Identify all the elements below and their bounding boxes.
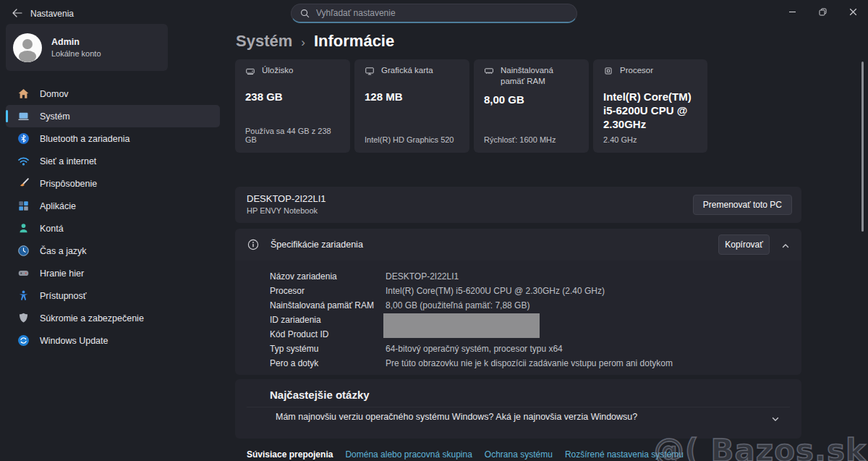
card-value: Intel(R) Core(TM) i5-6200U CPU @ 2.30GHz (603, 90, 697, 131)
device-model: HP ENVY Notebook (247, 206, 318, 215)
breadcrumb-separator-icon: › (301, 35, 305, 50)
spec-label: Procesor (270, 286, 386, 296)
sidebar-item-network-internet[interactable]: Sieť a internet (6, 150, 220, 172)
apps-icon (17, 200, 30, 212)
search-input[interactable] (316, 8, 568, 18)
card-subtitle: Rýchlosť: 1600 MHz (484, 135, 579, 144)
restore-button[interactable] (807, 0, 838, 24)
device-name-panel: DESKTOP-2I22LI1 HP ENVY Notebook Premeno… (235, 187, 801, 223)
sidebar-item-privacy-security[interactable]: Súkromie a zabezpečenie (6, 307, 220, 329)
card-subtitle: Intel(R) HD Graphics 520 (365, 135, 459, 144)
system-icon (17, 110, 30, 122)
spec-row: Typ systému 64-bitový operačný systém, p… (270, 342, 801, 356)
faq-question[interactable]: Mám najnovšiu verziu operačného systému … (276, 412, 637, 422)
sidebar-item-personalization[interactable]: Prispôsobenie (6, 172, 220, 195)
window-controls (777, 0, 868, 24)
bluetooth-icon (17, 132, 30, 145)
accessibility-icon (17, 289, 30, 302)
monitor-icon (365, 65, 375, 84)
sidebar-item-label: Sieť a internet (40, 156, 96, 166)
sidebar-item-apps[interactable]: Aplikácie (6, 195, 220, 217)
sidebar-item-label: Čas a jazyk (40, 246, 87, 256)
sidebar-item-windows-update[interactable]: Windows Update (6, 329, 220, 352)
breadcrumb-parent[interactable]: Systém (236, 32, 292, 51)
card-subtitle: 2.40 GHz (603, 135, 697, 144)
sidebar-item-label: Bluetooth a zariadenia (40, 134, 129, 144)
link-domain-workgroup[interactable]: Doména alebo pracovná skupina (345, 449, 472, 460)
sidebar-item-label: Súkromie a zabezpečenie (40, 313, 144, 323)
sidebar-item-label: Prispôsobenie (40, 179, 97, 189)
link-system-protection[interactable]: Ochrana systému (485, 449, 553, 460)
device-specs-title: Špecifikácie zariadenia (271, 240, 363, 250)
paintbrush-icon (17, 177, 30, 190)
back-button[interactable] (12, 8, 23, 18)
sidebar-item-label: Systém (40, 111, 70, 122)
sidebar-nav: Domov Systém Bluetooth a zariadenia Sieť… (6, 83, 220, 352)
breadcrumb: Systém › Informácie (236, 32, 394, 51)
link-advanced-system-settings[interactable]: Rozšírené nastavenia systému (565, 449, 684, 460)
app-title: Nastavenia (30, 9, 74, 19)
storage-card[interactable]: Úložisko 238 GB Používa sa 44 GB z 238 G… (235, 59, 350, 153)
search-box[interactable] (291, 4, 577, 23)
card-subtitle: Používa sa 44 GB z 238 GB (245, 127, 340, 144)
sidebar-item-home[interactable]: Domov (6, 83, 220, 105)
spec-value: Intel(R) Core(TM) i5-6200U CPU @ 2.30GHz… (386, 286, 605, 296)
spec-label: Kód Product ID (270, 329, 386, 339)
device-name: DESKTOP-2I22LI1 (247, 193, 326, 204)
spec-label: Typ systému (270, 344, 386, 354)
sidebar-item-label: Kontá (40, 224, 64, 234)
card-title: Procesor (620, 65, 653, 84)
card-value: 238 GB (245, 90, 340, 103)
sidebar-item-time-language[interactable]: Čas a jazyk (6, 240, 220, 262)
spec-row: Názov zariadenia DESKTOP-2I22LI1 (270, 269, 801, 284)
shield-icon (17, 312, 30, 324)
spec-value: 64-bitový operačný systém, procesor typu… (386, 344, 563, 354)
spec-value: Pre túto obrazovku nie je k dispozícii z… (386, 358, 673, 368)
spec-row: Nainštalovaná pamäť RAM 8,00 GB (použite… (270, 298, 801, 313)
scrollbar[interactable] (861, 62, 864, 232)
user-account-card[interactable]: Admin Lokálne konto (6, 24, 168, 71)
processor-card[interactable]: Procesor Intel(R) Core(TM) i5-6200U CPU … (593, 59, 707, 153)
user-name: Admin (51, 37, 101, 47)
person-icon (17, 222, 30, 234)
sidebar-item-system[interactable]: Systém (6, 105, 220, 127)
chevron-up-icon[interactable] (781, 240, 790, 253)
redacted-overlay (383, 313, 540, 338)
sidebar-item-gaming[interactable]: Hranie hier (6, 262, 220, 284)
sidebar-item-label: Domov (40, 89, 69, 99)
close-button[interactable] (838, 0, 868, 24)
search-icon (300, 9, 310, 18)
spec-row: Pero a dotyk Pre túto obrazovku nie je k… (270, 356, 801, 371)
related-links: Súvisiace prepojenia Doména alebo pracov… (247, 449, 684, 460)
rename-pc-button[interactable]: Premenovať toto PC (693, 195, 792, 215)
storage-icon (245, 65, 255, 84)
card-value: 8,00 GB (484, 93, 579, 106)
related-links-title: Súvisiace prepojenia (247, 449, 333, 460)
card-title: Grafická karta (381, 65, 433, 84)
sidebar-item-accessibility[interactable]: Prístupnosť (6, 284, 220, 307)
copy-button[interactable]: Kopírovať (718, 234, 770, 255)
card-title: Nainštalovaná pamäť RAM (501, 65, 579, 87)
ram-card[interactable]: Nainštalovaná pamäť RAM 8,00 GB Rýchlosť… (474, 59, 589, 153)
clock-icon (17, 245, 30, 257)
device-specs-content: Názov zariadenia DESKTOP-2I22LI1 Proceso… (235, 261, 801, 375)
spec-label: ID zariadenia (270, 315, 386, 325)
spec-label: Pero a dotyk (270, 358, 386, 368)
user-account-type: Lokálne konto (51, 49, 101, 58)
card-value: 128 MB (365, 90, 459, 103)
spec-value: 8,00 GB (použiteľná pamäť: 7,88 GB) (386, 300, 529, 310)
summary-cards: Úložisko 238 GB Používa sa 44 GB z 238 G… (235, 59, 707, 153)
spec-label: Nainštalovaná pamäť RAM (270, 300, 386, 310)
ram-icon (484, 65, 494, 87)
spec-label: Názov zariadenia (270, 271, 386, 282)
minimize-button[interactable] (777, 0, 807, 24)
device-specs-header[interactable]: Špecifikácie zariadenia Kopírovať (235, 229, 801, 261)
page-title: Informácie (314, 32, 394, 51)
sidebar-item-label: Aplikácie (40, 201, 76, 211)
gamepad-icon (17, 267, 30, 279)
sidebar-item-accounts[interactable]: Kontá (6, 217, 220, 240)
sidebar-item-bluetooth-devices[interactable]: Bluetooth a zariadenia (6, 127, 220, 150)
graphics-card[interactable]: Grafická karta 128 MB Intel(R) HD Graphi… (354, 59, 469, 153)
chevron-down-icon[interactable] (771, 413, 780, 426)
sidebar-item-label: Windows Update (40, 336, 109, 346)
